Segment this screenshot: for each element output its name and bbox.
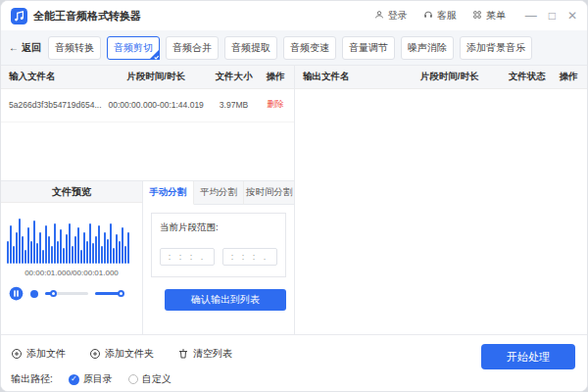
confirm-output-button[interactable]: 确认输出到列表 (165, 289, 286, 311)
waveform-bar (36, 243, 38, 264)
back-label: 返回 (22, 41, 41, 55)
maximize-button[interactable]: □ (549, 10, 556, 22)
toolbar-tab-音频合并[interactable]: 音频合并 (166, 36, 219, 60)
waveform-bar (13, 246, 15, 264)
waveform-bar (83, 232, 85, 264)
seek-slider-handle[interactable] (50, 290, 57, 297)
waveform-bar (124, 246, 126, 264)
toolbar-tab-音频剪切[interactable]: 音频剪切 (107, 36, 160, 60)
waveform-bar (39, 232, 41, 264)
waveform-bar (80, 250, 82, 264)
split-tab-平均分割[interactable]: 平均分割 (194, 181, 245, 205)
waveform-bar (66, 234, 68, 264)
volume-slider-handle[interactable] (118, 290, 124, 297)
waveform-bar (7, 241, 9, 264)
toolbar-tab-噪声消除[interactable]: 噪声消除 (401, 36, 454, 60)
audio-waveform[interactable] (1, 203, 142, 264)
menu-button[interactable]: 菜单 (472, 9, 506, 23)
back-arrow-icon: ← (9, 42, 19, 53)
column-header: 文件状态 (502, 71, 552, 83)
title-left: 全能王音频格式转换器 (11, 8, 141, 24)
time-fields: : : : .: : : . (160, 248, 277, 266)
file-size-cell: 3.97MB (209, 100, 259, 110)
delete-button[interactable]: 删除 (268, 99, 284, 109)
start-processing-button[interactable]: 开始处理 (481, 344, 575, 369)
preview-split-area: 文件预览 00:00:01.000/00:00:01.000 (1, 180, 294, 334)
clear-list-label: 清空列表 (193, 347, 232, 361)
login-button[interactable]: 登录 (374, 9, 408, 23)
waveform-bar (101, 246, 103, 264)
radio-custom-label: 自定义 (142, 372, 172, 386)
toolbar-tab-音量调节[interactable]: 音量调节 (342, 36, 395, 60)
column-header: 输出文件名 (295, 71, 397, 83)
waveform-bar (89, 223, 91, 264)
customer-service-button[interactable]: 客服 (423, 9, 457, 23)
window-controls: — □ ✕ (525, 10, 577, 22)
waveform-bar (57, 241, 59, 264)
waveform-bar (10, 225, 12, 264)
circle-plus-icon (89, 348, 101, 360)
toolbar-tab-音频变速[interactable]: 音频变速 (283, 36, 336, 60)
output-panel: 输出文件名片段时间/时长文件状态操作 (295, 66, 587, 334)
waveform-bar (86, 241, 88, 264)
waveform-bar (16, 232, 18, 264)
waveform-bar (51, 246, 53, 264)
output-path-row: 输出路径: ✓ 原目录 自定义 (11, 372, 577, 386)
grid-menu-icon (472, 10, 482, 22)
waveform-bar (92, 243, 94, 264)
toolbar: ← 返回 音频转换音频剪切音频合并音频提取音频变速音量调节噪声消除添加背景音乐 (1, 30, 587, 66)
input-table-body: 5a266d3f3b54719d654...00:00:00.000-00:1:… (1, 89, 294, 180)
radio-custom-directory[interactable]: 自定义 (128, 372, 172, 386)
split-range-box: 当前片段范围: : : : .: : : . (151, 213, 286, 277)
service-label: 客服 (437, 9, 457, 23)
close-button[interactable]: ✕ (567, 10, 577, 22)
seek-slider[interactable] (45, 292, 88, 295)
seek-handle-icon[interactable] (30, 290, 38, 298)
back-button[interactable]: ← 返回 (9, 41, 41, 55)
bottom-bar: 添加文件 添加文件夹 清空列表 开始处理 输出路径: ✓ 原目录 自定义 (1, 334, 587, 391)
app-window: 全能王音频格式转换器 登录 客服 菜单 — □ ✕ ← (0, 0, 588, 392)
time-range-input[interactable]: : : : . (222, 248, 277, 266)
toolbar-tab-添加背景音乐[interactable]: 添加背景音乐 (460, 36, 532, 60)
login-label: 登录 (388, 9, 408, 23)
waveform-bar (19, 219, 21, 264)
action-cell: 删除 (259, 99, 294, 111)
file-name-cell: 5a266d3f3b54719d654... (1, 100, 103, 110)
split-tab-手动分割[interactable]: 手动分割 (143, 181, 194, 205)
column-header: 操作 (552, 71, 587, 83)
waveform-bar (48, 236, 50, 264)
radio-original-directory[interactable]: ✓ 原目录 (69, 372, 113, 386)
app-logo-icon (11, 8, 27, 24)
volume-level (95, 292, 121, 295)
waveform-bar (77, 227, 79, 264)
waveform-bar (72, 246, 74, 264)
toolbar-tab-音频提取[interactable]: 音频提取 (224, 36, 277, 60)
waveform-bar (54, 223, 56, 264)
minimize-button[interactable]: — (525, 10, 537, 22)
toolbar-tab-音频转换[interactable]: 音频转换 (48, 36, 101, 60)
title-actions: 登录 客服 菜单 — □ ✕ (374, 9, 577, 23)
trash-icon (177, 348, 189, 360)
waveform-bar (30, 241, 32, 264)
add-folder-button[interactable]: 添加文件夹 (89, 347, 154, 361)
main-area: 输入文件名片段时间/时长文件大小操作 5a266d3f3b54719d654..… (1, 66, 587, 334)
waveform-bar (42, 250, 44, 264)
column-header: 片段时间/时长 (103, 71, 209, 83)
add-file-button[interactable]: 添加文件 (11, 347, 66, 361)
split-panel: 手动分割平均分割按时间分割 当前片段范围: : : : .: : : . 确认输… (143, 181, 294, 334)
radio-original-label: 原目录 (83, 372, 113, 386)
waveform-bar (104, 232, 106, 264)
waveform-bar (63, 248, 65, 264)
split-tab-按时间分割[interactable]: 按时间分割 (244, 181, 294, 205)
clear-list-button[interactable]: 清空列表 (177, 347, 232, 361)
time-range-input[interactable]: : : : . (160, 248, 215, 266)
column-header: 文件大小 (209, 71, 259, 83)
waveform-bar (119, 241, 121, 264)
add-file-label: 添加文件 (26, 347, 66, 361)
app-title: 全能王音频格式转换器 (33, 9, 141, 24)
table-row[interactable]: 5a266d3f3b54719d654...00:00:00.000-00:1:… (1, 89, 294, 122)
column-header: 输入文件名 (1, 71, 103, 83)
volume-slider[interactable] (95, 292, 124, 295)
pause-button[interactable] (9, 286, 24, 301)
output-path-label: 输出路径: (11, 372, 53, 386)
